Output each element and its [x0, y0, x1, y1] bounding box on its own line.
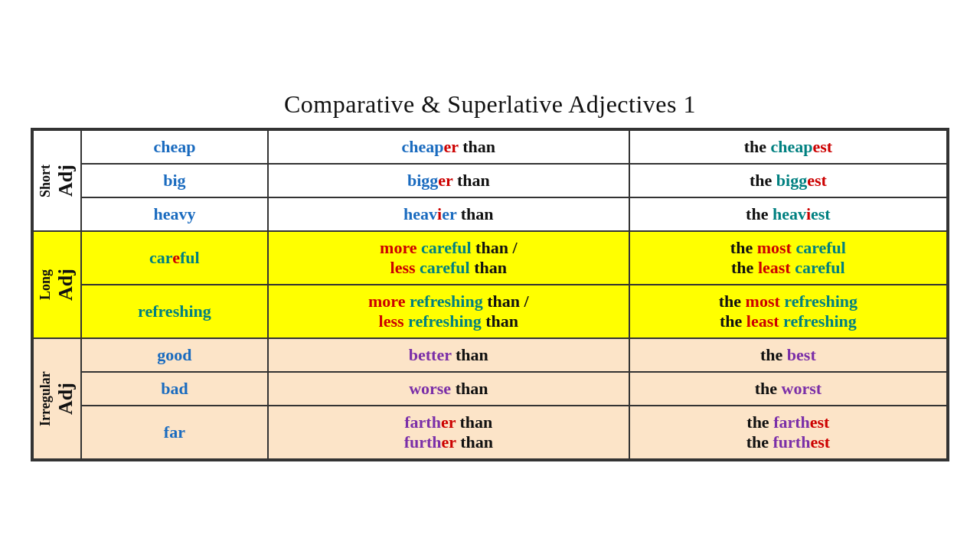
- adj-far: far: [81, 406, 268, 459]
- super-refreshing: the most refreshing the least refreshing: [629, 285, 947, 338]
- super-careful: the most careful the least careful: [629, 231, 947, 285]
- adj-bad: bad: [81, 372, 268, 406]
- comp-cheap: cheaper than: [268, 130, 629, 164]
- comp-heavy: heavier than: [268, 197, 629, 231]
- super-good: the best: [629, 338, 947, 372]
- comp-refreshing: more refreshing than / less refreshing t…: [268, 285, 629, 338]
- page-title: Comparative & Superlative Adjectives 1: [284, 90, 696, 119]
- short-adj-label: Short Adj: [33, 130, 81, 231]
- super-bad: the worst: [629, 372, 947, 406]
- adj-good: good: [81, 338, 268, 372]
- adj-refreshing: refreshing: [81, 285, 268, 338]
- super-cheap: the cheapest: [629, 130, 947, 164]
- super-big: the biggest: [629, 164, 947, 197]
- table-row: refreshing more refreshing than / less r…: [33, 285, 947, 338]
- adj-big: big: [81, 164, 268, 197]
- super-far: the farthest the furthest: [629, 406, 947, 459]
- main-table: Short Adj cheap cheaper than the cheapes…: [31, 128, 949, 461]
- long-adj-label: Long Adj: [33, 231, 81, 338]
- super-heavy: the heaviest: [629, 197, 947, 231]
- table-row: Short Adj cheap cheaper than the cheapes…: [33, 130, 947, 164]
- comp-bad: worse than: [268, 372, 629, 406]
- adj-heavy: heavy: [81, 197, 268, 231]
- table-row: Long Adj careful more careful than / les…: [33, 231, 947, 285]
- comp-big: bigger than: [268, 164, 629, 197]
- table-row: big bigger than the biggest: [33, 164, 947, 197]
- comp-careful: more careful than / less careful than: [268, 231, 629, 285]
- table-row: bad worse than the worst: [33, 372, 947, 406]
- comp-far: farther than further than: [268, 406, 629, 459]
- adj-cheap: cheap: [81, 130, 268, 164]
- table-row: heavy heavier than the heaviest: [33, 197, 947, 231]
- table-row: far farther than further than the farthe…: [33, 406, 947, 459]
- table-row: Irregular Adj good better than the best: [33, 338, 947, 372]
- adj-careful: careful: [81, 231, 268, 285]
- comp-good: better than: [268, 338, 629, 372]
- irregular-adj-label: Irregular Adj: [33, 338, 81, 459]
